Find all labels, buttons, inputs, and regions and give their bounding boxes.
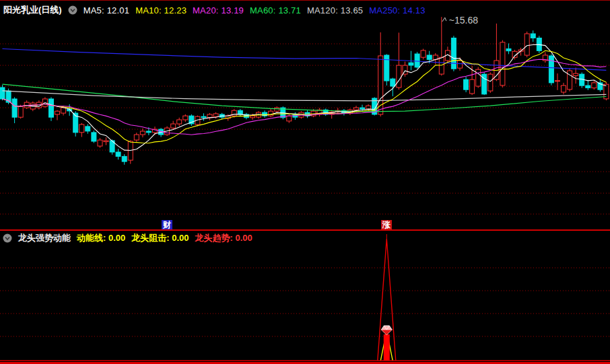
- event-tag-涨[interactable]: 涨: [381, 220, 392, 230]
- window-top-border: [0, 0, 610, 1]
- panel-divider-line: [0, 229, 610, 231]
- event-tag-财[interactable]: 财: [162, 220, 172, 230]
- candlestick-chart[interactable]: ~15.68: [0, 13, 610, 226]
- tdx-stock-chart-window: { "window": { "title": "阳光乳业(日线)" }, "le…: [0, 0, 610, 364]
- max-price-annotation: ~15.68: [449, 15, 478, 26]
- gem-icon: [381, 326, 392, 335]
- indicator-chart[interactable]: [0, 233, 610, 362]
- signal-bar: [384, 334, 390, 361]
